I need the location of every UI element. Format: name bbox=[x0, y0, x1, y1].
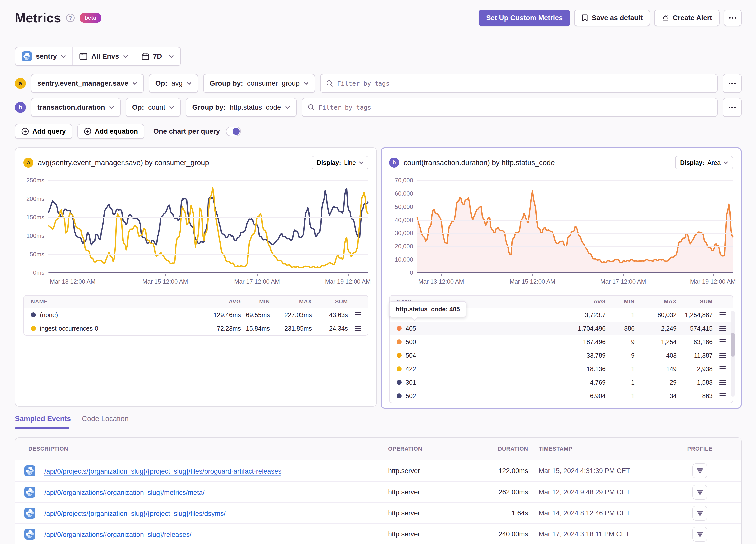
series-row[interactable]: 500187.49691,25463,186 bbox=[390, 335, 733, 349]
chevron-down-icon bbox=[169, 106, 174, 109]
bookmark-icon bbox=[582, 14, 588, 22]
project-selector[interactable]: sentry bbox=[15, 47, 72, 65]
ellipsis-icon bbox=[729, 107, 736, 108]
row-menu-icon[interactable] bbox=[355, 312, 361, 317]
sampled-events-table: DESCRIPTION OPERATION DURATION TIMESTAMP… bbox=[15, 437, 742, 544]
series-row[interactable]: 50433.789940311,387 bbox=[390, 349, 733, 362]
x-tick-label: Mar 15 12:00 AM bbox=[510, 278, 555, 285]
y-tick-label: 100ms bbox=[26, 232, 44, 239]
tag-filter-input-b[interactable] bbox=[319, 104, 712, 111]
chart-b: 70,00060,00050,00040,00030,00020,00010,0… bbox=[389, 180, 733, 273]
op-select-a[interactable]: Op:avg bbox=[149, 74, 198, 93]
event-row: /api/0/projects/{organization_slug}/{pro… bbox=[15, 502, 741, 523]
event-description-link[interactable]: /api/0/organizations/{organization_slug}… bbox=[44, 531, 191, 538]
groupby-select-a[interactable]: Group by:consumer_group bbox=[203, 74, 315, 93]
query-row-a: a sentry.event_manager.save Op:avg Group… bbox=[15, 74, 742, 93]
row-menu-icon[interactable] bbox=[719, 393, 726, 398]
event-description-link[interactable]: /api/0/organizations/{organization_slug}… bbox=[44, 489, 205, 496]
profile-icon bbox=[696, 531, 703, 537]
events-table-body: /api/0/projects/{organization_slug}/{pro… bbox=[15, 460, 741, 544]
plot-a: Mar 13 12:00 AMMar 15 12:00 AMMar 17 12:… bbox=[48, 180, 368, 273]
main-content: sentry All Envs 7D a sentry.event_manage… bbox=[0, 36, 756, 544]
y-tick-label: 20,000 bbox=[395, 243, 413, 250]
metric-select-b[interactable]: transaction.duration bbox=[31, 98, 121, 117]
display-select-a[interactable]: Display:Line bbox=[312, 156, 368, 169]
row-menu-icon[interactable] bbox=[719, 380, 726, 385]
page-filter-bar: sentry All Envs 7D bbox=[15, 47, 181, 66]
metric-select-a[interactable]: sentry.event_manager.save bbox=[31, 74, 144, 93]
time-range-selector[interactable]: 7D bbox=[135, 47, 181, 65]
chevron-down-icon bbox=[724, 161, 728, 164]
detail-tabs: Sampled Events Code Location bbox=[15, 415, 742, 429]
series-row[interactable]: (none)129.46ms69.55ms227.03ms43.63s bbox=[24, 308, 368, 322]
environment-selector[interactable]: All Envs bbox=[72, 47, 134, 65]
tab-sampled-events[interactable]: Sampled Events bbox=[15, 415, 71, 423]
add-equation-button[interactable]: Add equation bbox=[77, 124, 144, 139]
chevron-down-icon bbox=[123, 55, 128, 58]
row-menu-icon[interactable] bbox=[719, 312, 726, 317]
tag-filter-b bbox=[302, 98, 718, 117]
query-more-a[interactable] bbox=[723, 74, 742, 93]
series-row[interactable]: 42218.13611492,938 bbox=[390, 362, 733, 376]
y-axis-b: 70,00060,00050,00040,00030,00020,00010,0… bbox=[389, 180, 413, 273]
event-description-link[interactable]: /api/0/projects/{organization_slug}/{pro… bbox=[44, 510, 226, 517]
help-icon[interactable]: ? bbox=[66, 14, 75, 22]
page-header: Metrics ? beta Set Up Custom Metrics Sav… bbox=[0, 0, 756, 36]
series-row[interactable]: 3014.7691291,588 bbox=[390, 376, 733, 389]
profile-button[interactable] bbox=[692, 506, 707, 521]
events-table-header: DESCRIPTION OPERATION DURATION TIMESTAMP… bbox=[15, 438, 741, 460]
chart-title-a: avg(sentry.event_manager.save) by consum… bbox=[38, 159, 209, 167]
profile-icon bbox=[696, 468, 703, 474]
table-scrollbar-thumb[interactable] bbox=[731, 333, 735, 357]
display-select-b[interactable]: Display:Area bbox=[675, 156, 733, 169]
op-select-b[interactable]: Op:count bbox=[126, 98, 181, 117]
event-description-link[interactable]: /api/0/projects/{organization_slug}/{pro… bbox=[44, 468, 282, 475]
query-badge-a: a bbox=[15, 78, 26, 89]
chart-title-row-a: a avg(sentry.event_manager.save) by cons… bbox=[23, 156, 368, 169]
query-more-b[interactable] bbox=[723, 98, 742, 117]
python-project-icon bbox=[22, 51, 32, 61]
series-table-header-a: NAMEAVGMINMAXSUM bbox=[24, 296, 368, 308]
profile-button[interactable] bbox=[692, 463, 707, 478]
tab-code-location[interactable]: Code Location bbox=[82, 415, 129, 423]
add-query-button[interactable]: Add query bbox=[15, 124, 72, 139]
y-tick-label: 150ms bbox=[26, 214, 44, 221]
profile-button[interactable] bbox=[692, 485, 707, 500]
x-tick-label: Mar 19 12:00 AM bbox=[325, 278, 371, 285]
series-row[interactable]: ingest-occurrences-072.23ms15.84ms231.85… bbox=[24, 322, 368, 335]
create-alert-button[interactable]: Create Alert bbox=[654, 10, 720, 26]
row-menu-icon[interactable] bbox=[719, 366, 726, 371]
row-menu-icon[interactable] bbox=[355, 326, 361, 331]
series-row[interactable]: 4051,704.4968862,249574,415 bbox=[390, 322, 733, 335]
query-actions: Add query Add equation One chart per que… bbox=[15, 124, 742, 139]
y-tick-label: 0 bbox=[410, 269, 413, 276]
header-more-button[interactable] bbox=[724, 10, 742, 26]
y-tick-label: 40,000 bbox=[395, 217, 413, 224]
series-row[interactable]: 5026.904134863 bbox=[390, 389, 733, 403]
row-menu-icon[interactable] bbox=[719, 353, 726, 358]
ellipsis-icon bbox=[729, 17, 736, 19]
siren-icon bbox=[662, 14, 669, 22]
x-tick-label: Mar 17 12:00 AM bbox=[600, 278, 646, 285]
y-tick-label: 30,000 bbox=[395, 230, 413, 237]
tag-filter-input-a[interactable] bbox=[337, 80, 712, 87]
chart-badge-a: a bbox=[23, 158, 33, 168]
profile-button[interactable] bbox=[692, 527, 707, 542]
y-tick-label: 50,000 bbox=[395, 203, 413, 210]
tab-underline bbox=[15, 427, 742, 429]
setup-custom-metrics-button[interactable]: Set Up Custom Metrics bbox=[479, 10, 570, 26]
row-menu-icon[interactable] bbox=[719, 326, 726, 331]
row-menu-icon[interactable] bbox=[719, 339, 726, 344]
environment-icon bbox=[79, 53, 87, 60]
profile-icon bbox=[696, 489, 703, 495]
y-tick-label: 50ms bbox=[30, 251, 44, 258]
one-chart-per-query-toggle[interactable] bbox=[226, 127, 241, 136]
calendar-icon bbox=[142, 53, 149, 60]
chart-panel-a[interactable]: a avg(sentry.event_manager.save) by cons… bbox=[15, 147, 377, 407]
chart-panel-b[interactable]: b count(transaction.duration) by http.st… bbox=[381, 147, 742, 409]
save-as-default-button[interactable]: Save as default bbox=[574, 10, 650, 26]
chevron-down-icon bbox=[285, 106, 290, 109]
groupby-select-b[interactable]: Group by:http.status_code bbox=[186, 98, 296, 117]
series-tooltip: http.status_code: 405 bbox=[389, 301, 466, 317]
plot-b: Mar 13 12:00 AMMar 15 12:00 AMMar 17 12:… bbox=[417, 180, 733, 273]
